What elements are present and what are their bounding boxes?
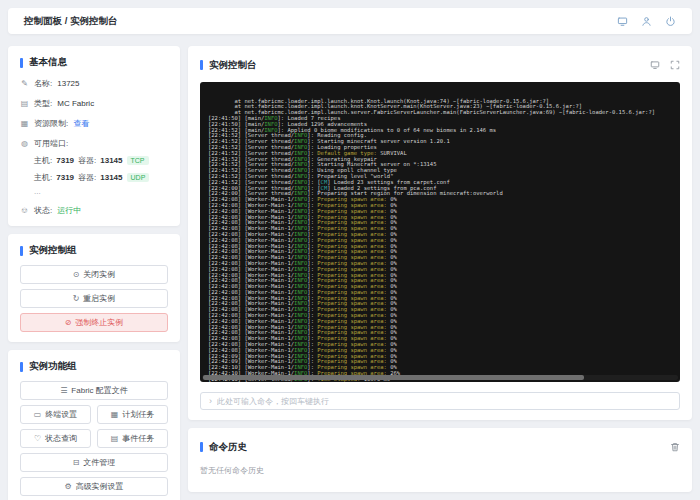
- type-label: 类型:: [34, 98, 52, 109]
- list-icon: ▤: [111, 435, 119, 443]
- name-row: ✎ 名称: 13725: [20, 78, 168, 89]
- title-accent: [20, 246, 23, 256]
- name-value: 13725: [57, 79, 79, 88]
- console-card: 实例控制台 at net.fabricmc.loader.impl.launch…: [188, 46, 692, 420]
- gear-icon: ⚙: [64, 483, 71, 491]
- resource-row: ▦ 资源限制: 查看: [20, 118, 168, 129]
- status-query-button[interactable]: ♡ 状态查询: [20, 429, 91, 448]
- type-row: ▤ 类型: MC Fabric: [20, 98, 168, 109]
- host-label: 主机:: [34, 155, 52, 166]
- stop-instance-label: 关闭实例: [83, 269, 115, 280]
- console-title: 实例控制台: [209, 59, 257, 72]
- status-value: 运行中: [57, 205, 81, 216]
- force-kill-instance-button[interactable]: ⊘ 强制终止实例: [20, 313, 168, 332]
- console-header: 实例控制台: [200, 56, 680, 74]
- top-header: 控制面板 / 实例控制台: [8, 8, 692, 34]
- restart-instance-label: 重启实例: [83, 293, 115, 304]
- user-icon[interactable]: [641, 16, 652, 27]
- title-accent: [200, 60, 203, 70]
- trash-icon[interactable]: [670, 438, 680, 456]
- basic-info-header: 基本信息: [20, 56, 168, 69]
- title-accent: [20, 362, 23, 372]
- fabric-config-button[interactable]: ☰ Fabric 配置文件: [20, 381, 168, 400]
- schedule-task-label: 计划任务: [122, 409, 154, 420]
- name-label: 名称:: [34, 78, 52, 89]
- command-input-wrap: ›: [200, 392, 680, 410]
- type-value: MC Fabric: [57, 99, 94, 108]
- advanced-settings-button[interactable]: ⚙ 高级实例设置: [20, 477, 168, 496]
- terminal-settings-button[interactable]: ▭ 终端设置: [20, 405, 91, 424]
- terminal-hscrollbar-thumb[interactable]: [203, 375, 584, 380]
- status-row: ⎊ 状态: 运行中: [20, 205, 168, 216]
- left-sidebar: 基本信息 ✎ 名称: 13725 ▤ 类型: MC Fabric ▦ 资源限制:…: [8, 46, 180, 500]
- ports-ellipsis: ...: [34, 187, 168, 196]
- shield-icon: ♡: [34, 435, 41, 443]
- file-manager-button[interactable]: ⊟ 文件管理: [20, 453, 168, 472]
- container-port: 13145: [100, 156, 122, 165]
- port-item-tcp: 主机: 7319 容器: 13145 TCP: [34, 155, 168, 166]
- port-item-udp: 主机: 7319 容器: 13145 UDP: [34, 172, 168, 183]
- prompt-icon: ›: [209, 397, 212, 406]
- instance-function-card: 实例功能组 ☰ Fabric 配置文件 ▭ 终端设置 ▦ 计划任务 ♡ 状态查询…: [8, 350, 180, 500]
- host-port: 7319: [56, 156, 74, 165]
- power-circle-icon: ⊙: [73, 271, 80, 279]
- sliders-icon: ☰: [60, 387, 67, 395]
- calendar-icon: ▦: [111, 411, 119, 419]
- command-history-icons: [670, 438, 680, 456]
- pulse-icon: ⎊: [20, 206, 29, 216]
- file-manager-label: 文件管理: [83, 457, 115, 468]
- schedule-task-button[interactable]: ▦ 计划任务: [97, 405, 168, 424]
- instance-function-title: 实例功能组: [29, 360, 77, 373]
- container-label: 容器:: [78, 155, 96, 166]
- advanced-settings-label: 高级实例设置: [76, 481, 124, 492]
- container-port: 13145: [100, 173, 122, 182]
- chat-icon: ▭: [34, 411, 42, 419]
- instance-control-title: 实例控制组: [29, 244, 77, 257]
- protocol-badge: UDP: [127, 173, 150, 182]
- instance-control-header: 实例控制组: [20, 244, 168, 257]
- fullscreen-icon[interactable]: [670, 56, 680, 74]
- monitor-icon[interactable]: [650, 56, 660, 74]
- power-icon[interactable]: [665, 16, 676, 27]
- resource-label: 资源限制:: [34, 118, 68, 129]
- resource-grid-icon: ▦: [20, 119, 29, 128]
- edit-icon: ✎: [20, 79, 29, 88]
- event-task-button[interactable]: ▤ 事件任务: [97, 429, 168, 448]
- event-task-label: 事件任务: [122, 433, 154, 444]
- title-accent: [200, 442, 203, 452]
- main-area: 实例控制台 at net.fabricmc.loader.impl.launch…: [188, 46, 692, 492]
- ports-label: 可用端口:: [34, 138, 68, 149]
- ports-row: ◍ 可用端口:: [20, 138, 168, 149]
- display-icon[interactable]: [617, 16, 628, 27]
- command-history-empty: 暂无任何命令历史: [200, 465, 680, 482]
- terminal-log: at net.fabricmc.loader.impl.launch.knot.…: [208, 99, 672, 382]
- protocol-badge: TCP: [127, 156, 149, 165]
- container-label: 容器:: [78, 172, 96, 183]
- restart-icon: ↻: [73, 295, 80, 303]
- instance-control-card: 实例控制组 ⊙ 关闭实例 ↻ 重启实例 ⊘ 强制终止实例: [8, 234, 180, 342]
- command-history-card: 命令历史 暂无任何命令历史: [188, 428, 692, 492]
- resource-view-link[interactable]: 查看: [73, 118, 89, 129]
- restart-instance-button[interactable]: ↻ 重启实例: [20, 289, 168, 308]
- status-query-label: 状态查询: [45, 433, 77, 444]
- command-input[interactable]: [217, 397, 671, 406]
- app-grid-icon: ▤: [20, 99, 29, 108]
- terminal-settings-label: 终端设置: [45, 409, 77, 420]
- fabric-config-label: Fabric 配置文件: [71, 385, 127, 396]
- instance-function-header: 实例功能组: [20, 360, 168, 373]
- host-port: 7319: [56, 173, 74, 182]
- force-kill-instance-label: 强制终止实例: [75, 317, 123, 328]
- topbar-icons: [617, 16, 676, 27]
- console-header-icons: [650, 56, 680, 74]
- basic-info-title: 基本信息: [29, 56, 67, 69]
- stop-instance-button[interactable]: ⊙ 关闭实例: [20, 265, 168, 284]
- command-history-header: 命令历史: [200, 438, 680, 456]
- host-label: 主机:: [34, 172, 52, 183]
- terminal[interactable]: at net.fabricmc.loader.impl.launch.knot.…: [200, 82, 680, 382]
- basic-info-card: 基本信息 ✎ 名称: 13725 ▤ 类型: MC Fabric ▦ 资源限制:…: [8, 46, 180, 226]
- ban-icon: ⊘: [65, 319, 72, 327]
- folder-icon: ⊟: [73, 459, 80, 467]
- terminal-hscrollbar-track[interactable]: [202, 375, 678, 380]
- status-label: 状态:: [34, 205, 52, 216]
- globe-icon: ◍: [20, 139, 29, 148]
